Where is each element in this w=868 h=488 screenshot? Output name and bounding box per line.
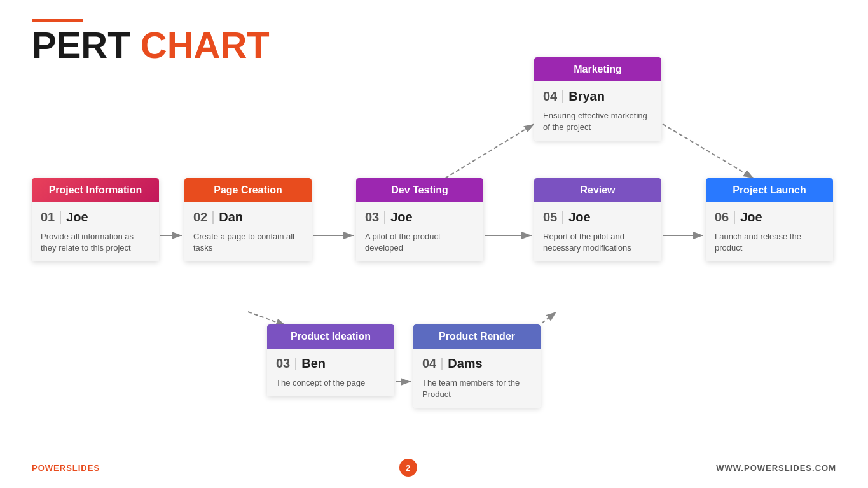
footer-slides: SLIDES bbox=[66, 463, 100, 473]
node-product-ideation-body: 03 Ben The concept of the page bbox=[267, 349, 394, 396]
node-review: Review 05 Joe Report of the pilot and ne… bbox=[534, 178, 661, 261]
node-divider bbox=[60, 211, 61, 224]
node-divider bbox=[562, 211, 563, 224]
node-page-creation-body: 02 Dan Create a page to contain all task… bbox=[184, 202, 312, 261]
title-pert: PERT bbox=[32, 24, 130, 66]
node-page-creation: Page Creation 02 Dan Create a page to co… bbox=[184, 178, 312, 261]
node-product-render-body: 04 Dams The team members for the Product bbox=[413, 349, 541, 408]
node-product-ideation-desc: The concept of the page bbox=[276, 377, 385, 389]
footer-powerslides-url: POWERSLIDES bbox=[744, 463, 812, 473]
footer-power: POWER bbox=[32, 463, 66, 473]
header: PERT CHART bbox=[32, 19, 270, 64]
node-review-header: Review bbox=[534, 178, 661, 202]
node-divider bbox=[441, 358, 443, 370]
node-divider bbox=[734, 211, 735, 224]
svg-line-9 bbox=[445, 124, 534, 178]
node-project-launch-person: Joe bbox=[740, 210, 762, 225]
node-marketing-body: 04 Bryan Ensuring effective marketing of… bbox=[534, 81, 661, 141]
node-review-body: 05 Joe Report of the pilot and necessary… bbox=[534, 202, 661, 261]
title-chart: CHART bbox=[141, 24, 270, 66]
node-product-ideation-person: Ben bbox=[301, 356, 326, 371]
node-marketing-person: Bryan bbox=[568, 89, 605, 104]
node-dev-testing-header: Dev Testing bbox=[356, 178, 483, 202]
node-project-launch-header: Project Launch bbox=[706, 178, 833, 202]
node-project-information-person: Joe bbox=[66, 210, 88, 225]
footer-brand-right: WWW.POWERSLIDES.COM bbox=[716, 463, 836, 473]
svg-line-6 bbox=[248, 312, 286, 326]
header-accent-line bbox=[32, 19, 83, 22]
node-marketing: Marketing 04 Bryan Ensuring effective ma… bbox=[534, 57, 661, 141]
node-project-information-num: 01 bbox=[41, 210, 55, 225]
node-product-render-desc: The team members for the Product bbox=[422, 377, 532, 400]
node-page-creation-person: Dan bbox=[219, 210, 243, 225]
node-dev-testing-body: 03 Joe A pilot of the product developed bbox=[356, 202, 483, 261]
node-divider bbox=[562, 90, 563, 103]
node-project-information-header: Project Information bbox=[32, 178, 159, 202]
node-dev-testing-person: Joe bbox=[390, 210, 412, 225]
footer-line-right bbox=[433, 468, 707, 468]
node-product-render-num: 04 bbox=[422, 356, 436, 371]
node-project-launch: Project Launch 06 Joe Launch and release… bbox=[706, 178, 833, 261]
footer: POWERSLIDES 2 WWW.POWERSLIDES.COM bbox=[0, 459, 868, 477]
node-page-creation-num: 02 bbox=[193, 210, 207, 225]
node-review-desc: Report of the pilot and necessary modifi… bbox=[543, 231, 652, 254]
node-review-num: 05 bbox=[543, 210, 557, 225]
node-project-launch-num: 06 bbox=[715, 210, 729, 225]
node-product-ideation: Product Ideation 03 Ben The concept of t… bbox=[267, 324, 394, 396]
node-product-render-header: Product Render bbox=[413, 324, 541, 349]
node-page-creation-header: Page Creation bbox=[184, 178, 312, 202]
node-divider bbox=[212, 211, 214, 224]
footer-brand-left: POWERSLIDES bbox=[32, 463, 100, 473]
footer-line-left bbox=[109, 468, 383, 468]
node-product-ideation-num: 03 bbox=[276, 356, 290, 371]
svg-line-10 bbox=[663, 124, 754, 178]
node-project-information-body: 01 Joe Provide all information as they r… bbox=[32, 202, 159, 261]
page-title: PERT CHART bbox=[32, 27, 270, 64]
footer-com: .COM bbox=[812, 463, 836, 473]
node-page-creation-desc: Create a page to contain all tasks bbox=[193, 231, 303, 254]
node-product-render-person: Dams bbox=[448, 356, 482, 371]
node-dev-testing: Dev Testing 03 Joe A pilot of the produc… bbox=[356, 178, 483, 261]
node-project-information: Project Information 01 Joe Provide all i… bbox=[32, 178, 159, 261]
node-product-render: Product Render 04 Dams The team members … bbox=[413, 324, 541, 408]
node-review-person: Joe bbox=[568, 210, 590, 225]
footer-page-number: 2 bbox=[399, 459, 417, 477]
node-marketing-desc: Ensuring effective marketing of the proj… bbox=[543, 110, 652, 133]
node-project-information-desc: Provide all information as they relate t… bbox=[41, 231, 150, 254]
footer-www: WWW. bbox=[716, 463, 744, 473]
node-marketing-num: 04 bbox=[543, 89, 557, 104]
svg-line-8 bbox=[542, 312, 556, 323]
node-project-launch-desc: Launch and release the product bbox=[715, 231, 824, 254]
node-divider bbox=[384, 211, 385, 224]
node-marketing-header: Marketing bbox=[534, 57, 661, 81]
node-divider bbox=[295, 358, 296, 370]
node-product-ideation-header: Product Ideation bbox=[267, 324, 394, 349]
node-dev-testing-num: 03 bbox=[365, 210, 379, 225]
node-dev-testing-desc: A pilot of the product developed bbox=[365, 231, 474, 254]
node-project-launch-body: 06 Joe Launch and release the product bbox=[706, 202, 833, 261]
